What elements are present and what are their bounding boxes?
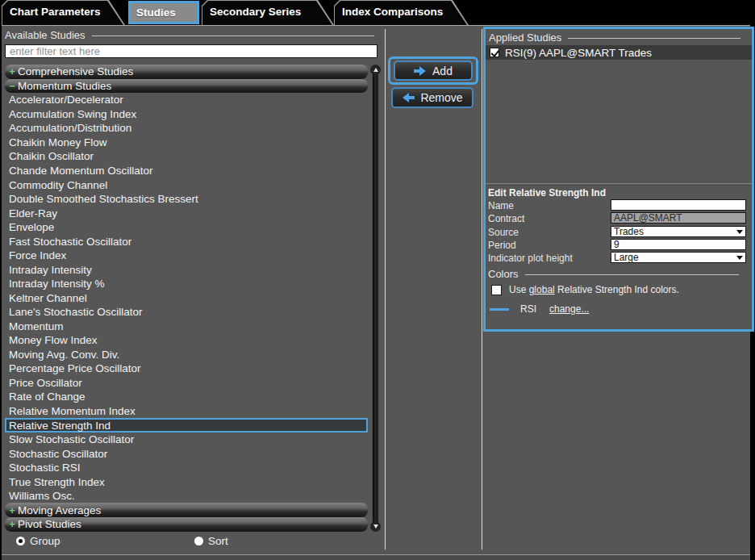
- scrollbar-track[interactable]: [373, 70, 378, 526]
- study-item-momentum[interactable]: Momentum: [5, 320, 368, 334]
- study-item-label: Accumulation/Distribution: [9, 122, 131, 134]
- list-scrollbar[interactable]: [369, 65, 382, 532]
- study-item-label: Chaikin Money Flow: [9, 136, 107, 148]
- study-item-intraday-intensity[interactable]: Intraday Intensity: [5, 262, 368, 277]
- use-global-colors-label: Use global Relative Strength Ind colors.: [509, 284, 679, 295]
- radio-option-group[interactable]: Group: [16, 535, 60, 547]
- use-global-colors-checkbox[interactable]: [491, 285, 502, 295]
- study-item-slow-stochastic-oscillator[interactable]: Slow Stochastic Oscillator: [5, 433, 368, 447]
- study-item-label: Relative Momentum Index: [9, 405, 136, 417]
- study-category-momentum-studies[interactable]: −Momentum Studies: [5, 79, 368, 94]
- study-item-label: Money Flow Index: [9, 334, 98, 346]
- edit-field-row: ContractAAPL@SMART: [486, 212, 752, 225]
- remove-button-label: Remove: [420, 91, 462, 104]
- radio-option-sort[interactable]: Sort: [194, 535, 228, 547]
- study-item-relative-momentum-index[interactable]: Relative Momentum Index: [5, 404, 368, 419]
- tab-studies[interactable]: Studies: [128, 1, 199, 24]
- study-item-label: Momentum: [9, 320, 64, 332]
- study-item-price-oscillator[interactable]: Price Oscillator: [5, 376, 368, 391]
- study-item-fast-stochastic-oscillator[interactable]: Fast Stochastic Oscillator: [5, 234, 368, 249]
- study-item-double-smoothed-stochastics-bressert[interactable]: Double Smoothed Stochastics Bressert: [5, 192, 368, 207]
- triangle-up-icon: [373, 68, 378, 72]
- study-item-label: Intraday Intensity %: [9, 278, 105, 290]
- filter-input[interactable]: [5, 44, 378, 58]
- change-color-link[interactable]: change...: [549, 303, 589, 315]
- study-item-elder-ray[interactable]: Elder-Ray: [5, 206, 368, 220]
- study-item-label: Accelerator/Decelerator: [9, 94, 123, 106]
- colors-label: Colors: [488, 268, 519, 280]
- study-item-envelope[interactable]: Envelope: [5, 220, 368, 235]
- tab-index-comparisons[interactable]: Index Comparisons: [334, 0, 469, 25]
- study-item-rate-of-change[interactable]: Rate of Change: [5, 390, 368, 404]
- study-item-accumulation-distribution[interactable]: Accumulation/Distribution: [5, 121, 368, 136]
- study-item-intraday-intensity[interactable]: Intraday Intensity %: [5, 277, 368, 291]
- tab-label: Secondary Series: [202, 0, 334, 24]
- list-mode-radios: GroupSort: [3, 535, 382, 548]
- rsi-color-row: RSI change...: [490, 303, 589, 315]
- applied-studies-list[interactable]: RSI(9) AAPL@SMART Trades: [486, 45, 752, 60]
- period-field[interactable]: [611, 239, 746, 250]
- tab-chart-parameters[interactable]: Chart Parameters: [2, 0, 125, 25]
- study-category-moving-averages[interactable]: +Moving Averages: [5, 503, 368, 517]
- radio-label: Sort: [208, 535, 228, 547]
- scrollbar-down-button[interactable]: [370, 521, 381, 532]
- applied-study-label: RSI(9) AAPL@SMART Trades: [505, 47, 652, 59]
- category-label: Moving Averages: [18, 504, 101, 516]
- study-item-lane-s-stochastic-oscillator[interactable]: Lane's Stochastic Oscillator: [5, 305, 368, 320]
- study-category-pivot-studies[interactable]: +Pivot Studies: [5, 517, 368, 532]
- study-item-percentage-price-oscillator[interactable]: Percentage Price Oscillator: [5, 361, 368, 376]
- study-item-money-flow-index[interactable]: Money Flow Index: [5, 333, 368, 348]
- available-studies-panel: Available Studies +Comprehensive Studies…: [3, 27, 382, 550]
- tab-secondary-series[interactable]: Secondary Series: [202, 0, 334, 25]
- study-item-stochastic-oscillator[interactable]: Stochastic Oscillator: [5, 446, 368, 461]
- available-studies-list[interactable]: +Comprehensive Studies−Momentum StudiesA…: [5, 65, 382, 532]
- applied-study-row[interactable]: RSI(9) AAPL@SMART Trades: [486, 45, 752, 60]
- rsi-series-label: RSI: [520, 303, 536, 315]
- add-button[interactable]: Add: [394, 61, 473, 81]
- global-link[interactable]: global: [529, 284, 555, 295]
- study-item-true-strength-index[interactable]: True Strength Index: [5, 474, 368, 489]
- study-item-chaikin-oscillator[interactable]: Chaikin Oscillator: [5, 149, 368, 164]
- name-field[interactable]: [611, 199, 746, 211]
- triangle-down-icon: [373, 524, 378, 529]
- remove-button[interactable]: Remove: [391, 87, 473, 108]
- study-item-williams-osc[interactable]: Williams Osc.: [5, 489, 368, 504]
- study-item-commodity-channel[interactable]: Commodity Channel: [5, 178, 368, 192]
- edit-field-row: Name: [486, 199, 752, 212]
- study-item-label: Moving Avg. Conv. Div.: [9, 349, 119, 361]
- plus-icon: +: [6, 518, 18, 530]
- applied-study-checkbox[interactable]: [490, 48, 499, 57]
- indicator-plot-height-select[interactable]: Large: [611, 252, 746, 263]
- study-item-relative-strength-ind[interactable]: Relative Strength Ind: [5, 418, 368, 433]
- study-category-comprehensive-studies[interactable]: +Comprehensive Studies: [5, 65, 368, 79]
- radio-sort[interactable]: [194, 537, 203, 545]
- study-item-chande-momentum-oscillator[interactable]: Chande Momentum Oscillator: [5, 164, 368, 178]
- study-item-label: True Strength Index: [9, 476, 105, 488]
- edit-section-separator: [486, 183, 752, 186]
- tab-label: Studies: [131, 6, 176, 19]
- available-studies-group-header: Available Studies: [5, 29, 381, 41]
- plus-icon: +: [6, 504, 18, 516]
- radio-group[interactable]: [16, 537, 25, 545]
- source-select[interactable]: Trades: [611, 226, 746, 237]
- study-item-moving-avg-conv-div[interactable]: Moving Avg. Conv. Div.: [5, 348, 368, 362]
- studies-page: Available Studies +Comprehensive Studies…: [2, 25, 750, 560]
- study-item-stochastic-rsi[interactable]: Stochastic RSI: [5, 461, 368, 475]
- field-label: Period: [488, 240, 516, 251]
- study-item-keltner-channel[interactable]: Keltner Channel: [5, 291, 368, 306]
- study-item-label: Chande Momentum Oscillator: [9, 165, 153, 177]
- study-item-label: Force Index: [9, 249, 66, 261]
- study-item-label: Accumulation Swing Index: [9, 108, 136, 120]
- study-item-accumulation-swing-index[interactable]: Accumulation Swing Index: [5, 107, 368, 122]
- study-item-accelerator-decelerator[interactable]: Accelerator/Decelerator: [5, 93, 368, 107]
- arrow-right-icon: [414, 66, 427, 76]
- study-item-label: Fast Stochastic Oscillator: [9, 236, 131, 248]
- use-global-colors-row: Use global Relative Strength Ind colors.: [491, 284, 679, 295]
- scrollbar-up-button[interactable]: [370, 65, 381, 75]
- study-item-chaikin-money-flow[interactable]: Chaikin Money Flow: [5, 136, 368, 150]
- category-label: Pivot Studies: [18, 518, 81, 530]
- chevron-down-icon: [736, 230, 743, 234]
- study-item-force-index[interactable]: Force Index: [5, 249, 368, 263]
- group-divider-line: [525, 274, 739, 275]
- available-studies-label: Available Studies: [5, 29, 86, 41]
